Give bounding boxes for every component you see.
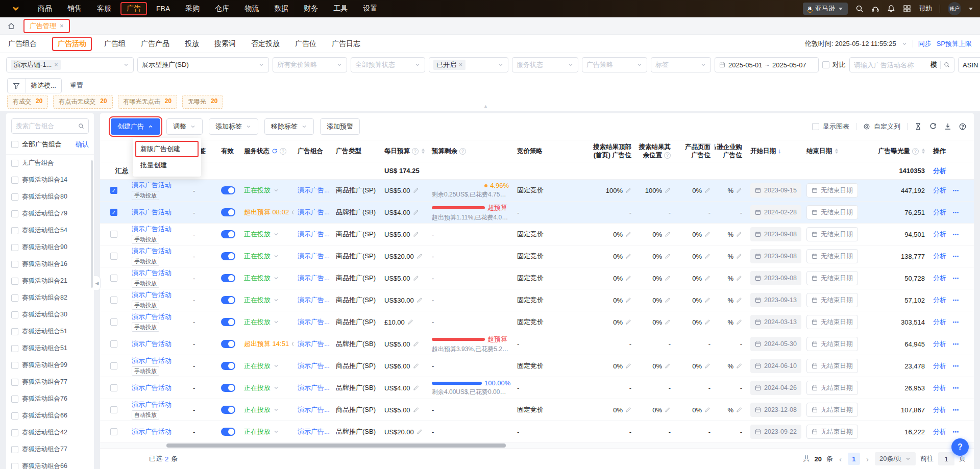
portfolio-link[interactable]: 演示广告...: [298, 339, 330, 349]
compare-checkbox[interactable]: 对比: [822, 60, 846, 69]
status-text[interactable]: 超出预算 14:51: [244, 339, 289, 349]
analyze-link[interactable]: 分析: [933, 274, 946, 283]
search-icon[interactable]: [78, 123, 84, 129]
confirm-button[interactable]: 确认: [76, 140, 89, 149]
edit-icon[interactable]: [704, 187, 710, 193]
more-actions-icon[interactable]: ⋯: [952, 318, 960, 326]
edit-icon[interactable]: [413, 231, 419, 237]
more-actions-icon[interactable]: ⋯: [952, 187, 960, 194]
portfolio-link[interactable]: 演示广告...: [298, 295, 330, 305]
campaign-name-link[interactable]: 演示广告活动: [132, 356, 172, 365]
edit-icon[interactable]: [665, 297, 671, 303]
checkbox[interactable]: [11, 412, 18, 419]
analyze-link[interactable]: 分析: [933, 339, 946, 349]
edit-icon[interactable]: [625, 231, 631, 237]
edit-icon[interactable]: [625, 407, 631, 413]
edit-icon[interactable]: [413, 385, 419, 391]
checkbox[interactable]: [11, 463, 18, 469]
campaign-name-link[interactable]: 演示广告活动: [132, 400, 172, 409]
edit-icon[interactable]: [704, 275, 710, 281]
avatar[interactable]: 账户: [948, 2, 961, 15]
edit-icon[interactable]: [704, 363, 710, 369]
analyze-link[interactable]: 分析: [933, 208, 946, 217]
edit-icon[interactable]: [665, 187, 671, 193]
analyze-link[interactable]: 分析: [933, 427, 946, 436]
enabled-toggle[interactable]: [221, 428, 235, 436]
sidebar-item[interactable]: 赛狐活动组合77: [6, 374, 94, 390]
asin-search[interactable]: ASIN 精: [958, 57, 980, 72]
campaign-name-link[interactable]: 演示广告活动: [132, 246, 172, 256]
sort-icon[interactable]: [922, 149, 925, 154]
refresh-icon[interactable]: [272, 148, 278, 154]
edit-icon[interactable]: [413, 275, 419, 281]
sidebar-item[interactable]: 赛狐活动组合21: [6, 273, 94, 289]
campaign-name-search[interactable]: 模: [849, 57, 954, 72]
edit-icon[interactable]: [736, 231, 742, 237]
checkbox[interactable]: ✓: [110, 209, 117, 216]
sidebar-item[interactable]: 赛狐活动组合77: [6, 441, 94, 458]
page-number[interactable]: 1: [848, 453, 860, 465]
sidebar-item[interactable]: 赛狐活动组合66: [6, 407, 94, 424]
download-icon[interactable]: [944, 122, 952, 131]
horizontal-scrollbar-track[interactable]: [100, 443, 974, 448]
page-size-select[interactable]: 20条/页: [875, 452, 916, 465]
status-text[interactable]: 正在投放: [244, 252, 271, 261]
edit-icon[interactable]: [625, 275, 631, 281]
enabled-toggle[interactable]: [221, 406, 235, 414]
more-actions-icon[interactable]: ⋯: [952, 384, 960, 392]
sidebar-item[interactable]: 赛狐活动组合76: [6, 390, 94, 407]
checkbox[interactable]: [11, 328, 18, 335]
checkbox[interactable]: [11, 311, 18, 318]
filter-select-budget-status[interactable]: 全部预算状态: [351, 57, 425, 72]
close-icon[interactable]: ×: [60, 22, 64, 30]
start-date-chip[interactable]: 2024-04-26: [750, 381, 801, 395]
quick-filter-有点击无成交[interactable]: 有点击无成交20: [53, 95, 112, 109]
nav-item-客服[interactable]: 客服: [91, 2, 117, 15]
support-float-button[interactable]: ?: [951, 438, 969, 456]
sidebar-item[interactable]: 赛狐活动组合14: [6, 171, 94, 188]
enabled-toggle[interactable]: [221, 230, 235, 238]
horizontal-scrollbar-thumb[interactable]: [166, 443, 506, 448]
portfolio-link[interactable]: 演示广告...: [298, 317, 330, 327]
hourglass-icon[interactable]: [914, 122, 922, 131]
menu-item-批量创建[interactable]: 批量创建: [135, 157, 199, 174]
start-date-chip[interactable]: 2023-09-15: [750, 183, 801, 198]
end-date-chip[interactable]: 无结束日期: [806, 403, 858, 417]
help-icon[interactable]: [959, 122, 967, 131]
analyze-link[interactable]: 分析: [933, 383, 946, 392]
end-date-chip[interactable]: 无结束日期: [806, 359, 858, 373]
start-date-chip[interactable]: 2024-03-13: [750, 315, 801, 329]
more-actions-icon[interactable]: ⋯: [952, 406, 960, 414]
checkbox[interactable]: [11, 379, 18, 386]
status-text[interactable]: 正在投放: [244, 405, 271, 414]
edit-icon[interactable]: [736, 253, 742, 259]
nav-item-仓库[interactable]: 仓库: [209, 2, 235, 15]
checkbox[interactable]: [110, 384, 117, 391]
checkbox[interactable]: [11, 446, 18, 453]
sidebar-item[interactable]: 赛狐活动组合42: [6, 424, 94, 441]
reset-button[interactable]: 重置: [70, 81, 83, 90]
status-text[interactable]: 正在投放: [244, 274, 271, 283]
more-actions-icon[interactable]: ⋯: [952, 362, 960, 370]
analyze-link[interactable]: 分析: [933, 252, 946, 261]
filter-template-button[interactable]: 筛选模...: [7, 78, 62, 93]
status-text[interactable]: 正在投放: [244, 186, 271, 195]
sidebar-item[interactable]: 赛狐活动组合16: [6, 256, 94, 273]
sort-desc-icon[interactable]: ↓: [778, 147, 781, 156]
end-date-chip[interactable]: 无结束日期: [806, 205, 858, 219]
nav-item-商品[interactable]: 商品: [32, 2, 58, 15]
status-text[interactable]: 正在投放: [244, 295, 271, 305]
checkbox[interactable]: [11, 396, 18, 403]
edit-icon[interactable]: [736, 319, 742, 325]
remove-icon[interactable]: ×: [459, 61, 462, 68]
toolbar-button-添加标签[interactable]: 添加标签: [209, 118, 258, 135]
sidebar-item[interactable]: 赛狐活动组合66: [6, 458, 94, 469]
filter-select-bid-strategy[interactable]: 所有竞价策略: [273, 57, 347, 72]
end-date-chip[interactable]: 无结束日期: [806, 249, 858, 263]
remove-icon[interactable]: ×: [54, 61, 58, 68]
edit-icon[interactable]: [413, 187, 419, 193]
end-date-chip[interactable]: 无结束日期: [806, 315, 858, 329]
end-date-chip[interactable]: 无结束日期: [806, 227, 858, 241]
toolbar-button-调整[interactable]: 调整: [166, 118, 203, 135]
campaign-name-link[interactable]: 演示广告活动: [132, 339, 172, 349]
